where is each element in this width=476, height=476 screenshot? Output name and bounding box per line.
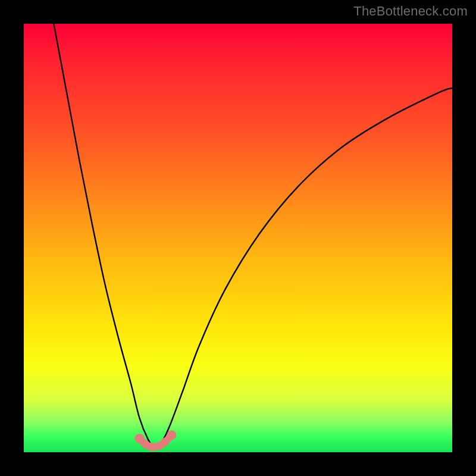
plot-area bbox=[24, 24, 452, 452]
watermark-text: TheBottleneck.com bbox=[353, 4, 468, 19]
marker-dot bbox=[167, 430, 176, 440]
curve-svg bbox=[24, 24, 452, 452]
marker-dot bbox=[161, 438, 170, 446]
chart-frame: TheBottleneck.com bbox=[0, 0, 476, 476]
bottleneck-curve bbox=[54, 24, 452, 448]
